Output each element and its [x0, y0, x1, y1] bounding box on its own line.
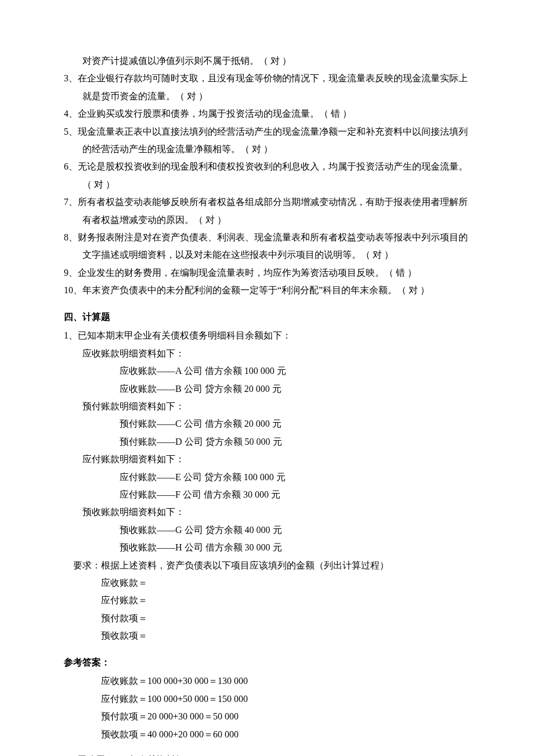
answer-ar: 应收账款＝100 000+30 000＝130 000 — [64, 672, 476, 690]
p1-fill-adv: 预收款项＝ — [64, 627, 476, 645]
section-4-title: 四、计算题 — [64, 308, 476, 326]
q2-continuation: 对资产计提减值以净值列示则不属于抵销。（ 对 ） — [64, 52, 476, 70]
answer-ap: 应付账款＝100 000+50 000＝150 000 — [64, 690, 476, 708]
question-9: 9、企业发生的财务费用，在编制现金流量表时，均应作为筹资活动项目反映。（ 错 ） — [64, 264, 476, 282]
p1-advance-header: 预收账款明细资料如下： — [64, 503, 476, 521]
p1-ar-a: 应收账款——A 公司 借方余额 100 000 元 — [64, 362, 476, 380]
p1-fill-ar: 应收账款＝ — [64, 574, 476, 592]
answer-pp: 预付款项＝20 000+30 000＝50 000 — [64, 708, 476, 725]
document-page: 对资产计提减值以净值列示则不属于抵销。（ 对 ） 3、在企业银行存款均可随时支取… — [0, 0, 534, 756]
p1-requirement: 要求：根据上述资料，资产负债表以下项目应该填列的金额（列出计算过程） — [64, 557, 476, 574]
question-4: 4、企业购买或发行股票和债券，均属于投资活动的现金流量。（ 错 ） — [64, 105, 476, 123]
question-3: 3、在企业银行存款均可随时支取，且没有现金等价物的情况下，现金流量表反映的现金流… — [64, 70, 476, 105]
p1-ap-header: 应付账款明细资料如下： — [64, 451, 476, 468]
p1-fill-pp: 预付款项＝ — [64, 610, 476, 627]
p1-ar-b: 应收账款——B 公司 贷方余额 20 000 元 — [64, 380, 476, 398]
p1-ap-f: 应付账款——F 公司 借方余额 30 000 元 — [64, 486, 476, 503]
p1-prepaid-d: 预付账款——D 公司 贷方余额 50 000 元 — [64, 433, 476, 451]
p1-fill-ap: 应付账款＝ — [64, 592, 476, 609]
problem-2-intro: 2、甲公司 2013 年有关资料如下： — [64, 751, 476, 756]
answer-adv: 预收款项＝40 000+20 000＝60 000 — [64, 726, 476, 743]
question-6: 6、无论是股权投资收到的现金股利和债权投资收到的利息收入，均属于投资活动产生的现… — [64, 158, 476, 193]
question-7: 7、所有者权益变动表能够反映所有者权益各组成部分当期增减变动情况，有助于报表使用… — [64, 193, 476, 229]
answer-title: 参考答案： — [64, 654, 476, 671]
question-5: 5、现金流量表正表中以直接法填列的经营活动产生的现金流量净额一定和补充资料中以间… — [64, 123, 476, 159]
problem-1-intro: 1、已知本期末甲企业有关债权债务明细科目余额如下： — [64, 327, 476, 344]
question-10: 10、年末资产负债表中的未分配利润的金额一定等于“利润分配”科目的年末余额。（ … — [64, 282, 476, 299]
p1-ar-header: 应收账款明细资料如下： — [64, 345, 476, 362]
p1-ap-e: 应付账款——E 公司 贷方余额 100 000 元 — [64, 469, 476, 486]
question-8: 8、财务报表附注是对在资产负债表、利润表、现金流量表和所有者权益变动表等报表中列… — [64, 229, 476, 264]
p1-advance-h: 预收账款——H 公司 借方余额 30 000 元 — [64, 539, 476, 556]
p1-advance-g: 预收账款——G 公司 贷方余额 40 000 元 — [64, 521, 476, 539]
p1-prepaid-c: 预付账款——C 公司 借方余额 20 000 元 — [64, 415, 476, 433]
p1-prepaid-header: 预付账款明细资料如下： — [64, 398, 476, 415]
